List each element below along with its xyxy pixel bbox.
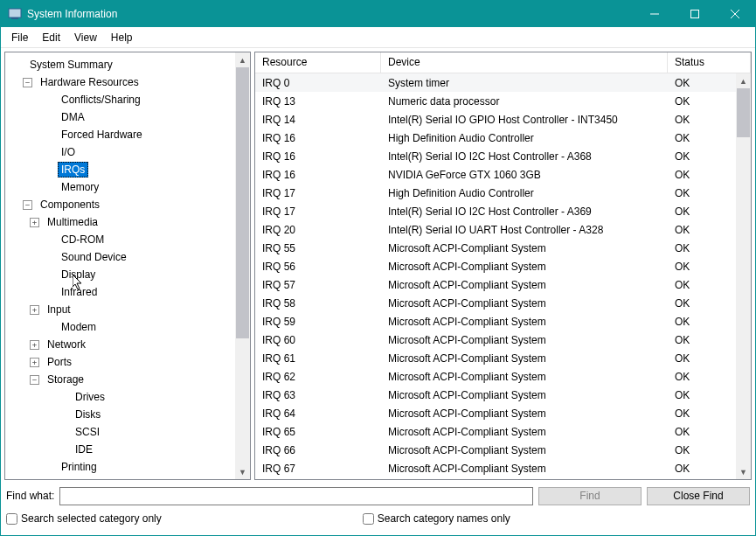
tree-hardware-resources[interactable]: −Hardware Resources [5,73,250,91]
cell-device: NVIDIA GeForce GTX 1060 3GB [381,169,668,181]
cell-resource: IRQ 61 [255,352,381,365]
tree-memory[interactable]: Memory [5,178,250,196]
tree-forced-hardware[interactable]: Forced Hardware [5,126,250,143]
table-row[interactable]: IRQ 59Microsoft ACPI-Compliant SystemOK [255,312,736,331]
tree-scrollbar[interactable]: ▲ ▼ [235,52,250,479]
tree-printing[interactable]: Printing [5,458,250,476]
table-row[interactable]: IRQ 60Microsoft ACPI-Compliant SystemOK [255,331,736,349]
minimize-button[interactable] [635,1,675,27]
table-row[interactable]: IRQ 63Microsoft ACPI-Compliant SystemOK [255,386,736,404]
svg-rect-1 [11,17,18,19]
cell-device: High Definition Audio Controller [381,187,668,199]
close-button[interactable] [715,1,755,27]
search-selected-checkbox[interactable]: Search selected category only [6,512,162,525]
column-status[interactable]: Status [668,52,751,73]
tree-storage[interactable]: −Storage [5,371,250,388]
tree-display[interactable]: Display [5,266,250,283]
scroll-thumb[interactable] [737,88,750,137]
search-names-checkbox[interactable]: Search category names only [363,512,510,525]
table-row[interactable]: IRQ 16Intel(R) Serial IO I2C Host Contro… [255,147,736,165]
menu-file[interactable]: File [4,29,35,46]
cell-device: Intel(R) Serial IO UART Host Controller … [381,224,668,236]
tree-scsi[interactable]: SCSI [5,423,250,441]
titlebar[interactable]: System Information [1,1,755,27]
tree-input[interactable]: +Input [5,301,250,318]
tree-disks[interactable]: Disks [5,406,250,423]
collapse-icon[interactable]: − [23,200,32,210]
find-label: Find what: [6,490,54,502]
find-input[interactable] [59,487,533,505]
svg-rect-3 [691,10,699,18]
tree-sound[interactable]: Sound Device [5,248,250,266]
expand-icon[interactable]: + [30,305,39,315]
cell-device: Microsoft ACPI-Compliant System [381,444,668,456]
tree-infrared[interactable]: Infrared [5,283,250,301]
collapse-icon[interactable]: − [30,375,39,385]
tree-conflicts[interactable]: Conflicts/Sharing [5,91,250,108]
table-row[interactable]: IRQ 65Microsoft ACPI-Compliant SystemOK [255,422,736,441]
cell-device: Intel(R) Serial IO GPIO Host Controller … [381,114,668,126]
table-row[interactable]: IRQ 55Microsoft ACPI-Compliant SystemOK [255,239,736,257]
scroll-thumb[interactable] [236,67,249,338]
scroll-up-icon[interactable]: ▲ [736,73,751,88]
tree-system-summary[interactable]: System Summary [5,56,250,73]
cell-status: OK [668,316,736,328]
table-row[interactable]: IRQ 62Microsoft ACPI-Compliant SystemOK [255,367,736,386]
tree-multimedia[interactable]: +Multimedia [5,213,250,231]
cell-device: Intel(R) Serial IO I2C Host Controller -… [381,150,668,163]
table-scrollbar[interactable]: ▲ ▼ [736,73,751,479]
table-row[interactable]: IRQ 56Microsoft ACPI-Compliant SystemOK [255,257,736,275]
tree-irqs[interactable]: IRQs [5,161,250,178]
tree-dma[interactable]: DMA [5,108,250,126]
tree-io[interactable]: I/O [5,143,250,161]
table-row[interactable]: IRQ 64Microsoft ACPI-Compliant SystemOK [255,404,736,422]
tree-problem-devices[interactable]: Problem Devices [5,476,250,480]
tree-drives[interactable]: Drives [5,388,250,406]
tree-ports[interactable]: +Ports [5,353,250,371]
cell-status: OK [668,407,736,420]
cell-resource: IRQ 62 [255,371,381,383]
table-row[interactable]: IRQ 13Numeric data processorOK [255,92,736,110]
menu-help[interactable]: Help [104,29,140,46]
cell-resource: IRQ 59 [255,316,381,328]
scroll-down-icon[interactable]: ▼ [235,464,250,479]
table-row[interactable]: IRQ 16NVIDIA GeForce GTX 1060 3GBOK [255,165,736,184]
table-row[interactable]: IRQ 61Microsoft ACPI-Compliant SystemOK [255,349,736,367]
table-row[interactable]: IRQ 0System timerOK [255,73,736,92]
table-row[interactable]: IRQ 14Intel(R) Serial IO GPIO Host Contr… [255,110,736,129]
cell-device: System timer [381,77,668,89]
table-row[interactable]: IRQ 57Microsoft ACPI-Compliant SystemOK [255,275,736,294]
table-row[interactable]: IRQ 16High Definition Audio ControllerOK [255,129,736,147]
table-row[interactable]: IRQ 66Microsoft ACPI-Compliant SystemOK [255,441,736,459]
details-table[interactable]: Resource Device Status IRQ 0System timer… [254,52,752,480]
scroll-down-icon[interactable]: ▼ [736,464,751,479]
tree-ide[interactable]: IDE [5,441,250,458]
table-row[interactable]: IRQ 67Microsoft ACPI-Compliant SystemOK [255,459,736,477]
close-find-button[interactable]: Close Find [647,487,750,505]
category-tree[interactable]: System Summary −Hardware Resources Confl… [4,52,251,480]
column-resource[interactable]: Resource [255,52,381,73]
maximize-button[interactable] [675,1,715,27]
menu-edit[interactable]: Edit [35,29,67,46]
expand-icon[interactable]: + [30,340,39,350]
menu-view[interactable]: View [67,29,104,46]
cell-status: OK [668,371,736,383]
expand-icon[interactable]: + [30,218,39,227]
table-row[interactable]: IRQ 17High Definition Audio ControllerOK [255,184,736,202]
collapse-icon[interactable]: − [23,78,32,87]
cell-status: OK [668,444,736,456]
tree-cdrom[interactable]: CD-ROM [5,231,250,248]
tree-modem[interactable]: Modem [5,318,250,336]
expand-icon[interactable]: + [30,358,39,367]
table-row[interactable]: IRQ 20Intel(R) Serial IO UART Host Contr… [255,220,736,239]
tree-components[interactable]: −Components [5,196,250,213]
find-button[interactable]: Find [538,487,642,505]
cell-device: Microsoft ACPI-Compliant System [381,352,668,365]
column-device[interactable]: Device [381,52,668,73]
table-header: Resource Device Status [255,52,751,73]
tree-network[interactable]: +Network [5,336,250,353]
scroll-up-icon[interactable]: ▲ [235,52,250,67]
table-row[interactable]: IRQ 17Intel(R) Serial IO I2C Host Contro… [255,202,736,220]
cell-resource: IRQ 13 [255,95,381,108]
table-row[interactable]: IRQ 58Microsoft ACPI-Compliant SystemOK [255,294,736,312]
